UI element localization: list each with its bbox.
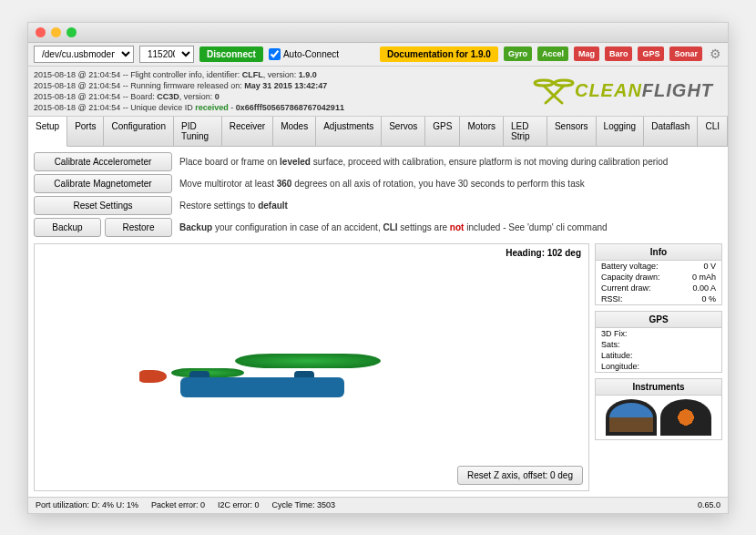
gps-panel: GPS 3D Fix: Sats: Latitude: Longitude: [595,311,722,373]
tab-ports[interactable]: Ports [67,117,104,146]
reset-z-axis-button[interactable]: Reset Z axis, offset: 0 deg [457,466,583,485]
log-panel: 2015-08-18 @ 21:04:54 -- Flight controll… [28,67,518,116]
info-title: Info [596,244,721,261]
model-viewport[interactable]: Heading: 102 deg Reset Z axis, offset: 0… [34,243,589,491]
instruments-panel: Instruments [595,378,722,440]
tab-receiver[interactable]: Receiver [222,117,273,146]
backup-desc: Backup your configuration in case of an … [179,222,608,232]
svg-line-4 [546,96,554,103]
status-version: 0.65.0 [698,500,720,509]
svg-line-5 [554,96,562,103]
tab-gps[interactable]: GPS [425,117,460,146]
autoconnect-label: Auto-Connect [283,49,339,59]
restore-button[interactable]: Restore [105,218,172,237]
port-select[interactable]: /dev/cu.usbmodem [34,46,134,63]
heading-gauge-icon [660,399,711,436]
tab-adjustments[interactable]: Adjustments [316,117,382,146]
backup-button[interactable]: Backup [34,218,101,237]
gps-fix-label: 3D Fix: [601,329,628,338]
rssi-label: RSSI: [601,294,623,304]
tab-dataflash[interactable]: Dataflash [644,117,698,146]
calibrate-accelerometer-button[interactable]: Calibrate Accelerometer [34,152,172,171]
maximize-icon[interactable] [66,27,77,37]
disconnect-button[interactable]: Disconnect [199,46,263,62]
minimize-icon[interactable] [51,27,61,37]
svg-line-3 [554,86,564,96]
reset-settings-button[interactable]: Reset Settings [34,196,172,215]
header: 2015-08-18 @ 21:04:54 -- Flight controll… [28,67,728,117]
tab-servos[interactable]: Servos [382,117,425,146]
indicator-sonar: Sonar [669,46,702,61]
indicator-accel: Accel [537,46,568,61]
status-cycle-time: Cycle Time: 3503 [272,500,336,509]
tab-setup[interactable]: Setup [28,117,67,147]
tab-modes[interactable]: Modes [273,117,316,146]
instruments-title: Instruments [596,379,721,396]
indicator-gyro: Gyro [504,46,532,61]
statusbar: Port utilization: D: 4% U: 1% Packet err… [28,497,728,513]
svg-line-2 [544,86,554,96]
status-i2c-error: I2C error: 0 [218,500,260,509]
tab-cli[interactable]: CLI [698,117,728,146]
cal-mag-desc: Move multirotor at least 360 degrees on … [179,179,585,189]
capacity-drawn-label: Capacity drawn: [601,273,660,282]
tab-led-strip[interactable]: LED Strip [504,117,547,146]
battery-voltage-label: Battery voltage: [601,262,659,271]
status-packet-error: Packet error: 0 [151,500,205,509]
gps-title: GPS [596,312,721,328]
cal-accel-desc: Place board or frame on leveled surface,… [179,157,668,167]
heading-label: Heading: 102 deg [506,248,581,258]
gear-icon[interactable]: ⚙ [708,46,722,61]
current-draw-label: Current draw: [601,283,651,293]
indicator-gps: GPS [638,46,664,61]
indicator-baro: Baro [605,46,633,61]
attitude-gauge-icon [606,399,657,436]
tab-pid-tuning[interactable]: PID Tuning [174,117,222,146]
tab-configuration[interactable]: Configuration [104,117,173,146]
tabbar: Setup Ports Configuration PID Tuning Rec… [28,117,728,147]
info-panel: Info Battery voltage:0 V Capacity drawn:… [595,243,722,305]
capacity-drawn-value: 0 mAh [692,273,716,282]
gps-lon-label: Longitude: [601,362,639,371]
tab-logging[interactable]: Logging [597,117,645,146]
content: Calibrate Accelerometer Place board or f… [28,147,728,497]
calibrate-magnetometer-button[interactable]: Calibrate Magnetometer [34,174,172,193]
rssi-value: 0 % [701,294,716,304]
reset-desc: Restore settings to default [179,201,288,211]
autoconnect-checkbox[interactable]: Auto-Connect [269,48,339,60]
tab-motors[interactable]: Motors [460,117,504,146]
documentation-link[interactable]: Documentation for 1.9.0 [380,46,498,62]
titlebar [28,23,728,43]
status-port-util: Port utilization: D: 4% U: 1% [36,500,138,509]
current-draw-value: 0.00 A [692,283,716,293]
app-window: /dev/cu.usbmodem 115200 Disconnect Auto-… [27,22,729,514]
battery-voltage-value: 0 V [703,262,716,271]
tab-sensors[interactable]: Sensors [547,117,597,146]
indicator-mag: Mag [574,46,599,61]
close-icon[interactable] [36,27,46,37]
toolbar: /dev/cu.usbmodem 115200 Disconnect Auto-… [28,43,728,67]
gps-lat-label: Latitude: [601,351,633,360]
baud-select[interactable]: 115200 [139,46,194,63]
gps-sats-label: Sats: [601,340,620,349]
logo: CLEANFLIGHT [518,67,728,116]
